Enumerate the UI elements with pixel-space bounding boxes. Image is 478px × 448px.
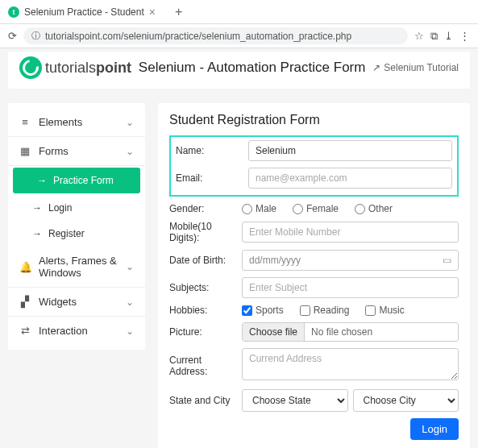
- grid-icon: ▞: [19, 296, 31, 308]
- state-select[interactable]: Choose State: [242, 389, 348, 412]
- subjects-label: Subjects:: [169, 282, 242, 293]
- address-label: Current Address:: [169, 355, 242, 377]
- picture-label: Picture:: [169, 326, 242, 338]
- hobby-sports-checkbox[interactable]: [242, 305, 252, 316]
- form-icon: ▦: [19, 145, 31, 157]
- favicon: t: [8, 6, 19, 18]
- mobile-label: Mobile(10 Digits):: [169, 221, 242, 243]
- url-bar: ⟳ ⓘ tutorialspoint.com/selenium/practice…: [0, 24, 478, 48]
- sidebar-item-interaction[interactable]: ⇄Interaction ⌄: [8, 317, 145, 345]
- chevron-down-icon: ⌄: [126, 117, 134, 128]
- extensions-icon[interactable]: ⧉: [430, 30, 438, 43]
- arrow-right-icon: →: [32, 202, 42, 214]
- sidebar-sub-login[interactable]: →Login: [8, 195, 145, 221]
- logo-icon: [19, 56, 42, 79]
- name-label: Name:: [176, 145, 248, 156]
- hobbies-label: Hobbies:: [169, 305, 242, 316]
- city-select[interactable]: Choose City: [353, 389, 459, 412]
- gender-other-option[interactable]: Other: [355, 203, 393, 214]
- hobby-music-checkbox[interactable]: [365, 305, 376, 316]
- chevron-down-icon: ⌄: [126, 297, 134, 308]
- highlight-box: Name: Email:: [169, 135, 459, 197]
- sidebar: ≡Elements ⌄ ▦Forms ⌄ →Practice Form →Log…: [8, 103, 145, 350]
- chevron-down-icon: ⌄: [126, 326, 134, 337]
- name-input[interactable]: [248, 140, 452, 161]
- gender-male-option[interactable]: Male: [242, 203, 276, 214]
- chevron-down-icon: ⌄: [126, 146, 134, 157]
- page-title: Selenium - Automation Practice Form: [131, 60, 372, 76]
- hobby-reading-option[interactable]: Reading: [300, 305, 350, 316]
- mobile-input[interactable]: [242, 222, 459, 243]
- hobby-sports-option[interactable]: Sports: [242, 305, 284, 316]
- calendar-icon[interactable]: ▭: [443, 255, 451, 266]
- gender-female-option[interactable]: Female: [293, 203, 339, 214]
- hobby-music-option[interactable]: Music: [365, 305, 404, 316]
- download-icon[interactable]: ⤓: [444, 30, 453, 42]
- dob-label: Date of Birth:: [169, 255, 242, 266]
- login-button[interactable]: Login: [410, 418, 459, 440]
- dob-input[interactable]: dd/mm/yyyy▭: [242, 250, 459, 271]
- close-icon[interactable]: ×: [149, 6, 156, 19]
- swap-icon: ⇄: [19, 325, 31, 337]
- bookmark-icon[interactable]: ☆: [414, 30, 424, 42]
- sidebar-item-alerts[interactable]: 🔔Alerts, Frames & Windows ⌄: [8, 247, 145, 288]
- sidebar-item-widgets[interactable]: ▞Widgets ⌄: [8, 288, 145, 317]
- site-info-icon[interactable]: ⓘ: [31, 30, 40, 42]
- url-text: tutorialspoint.com/selenium/practice/sel…: [45, 31, 351, 42]
- sidebar-sub-practice-form[interactable]: →Practice Form: [13, 168, 140, 193]
- email-input[interactable]: [248, 168, 452, 189]
- bell-icon: 🔔: [19, 261, 31, 273]
- sidebar-sub-register[interactable]: →Register: [8, 221, 145, 247]
- file-status-text: No file chosen: [305, 323, 379, 341]
- browser-tab[interactable]: t Selenium Practice - Student ×: [0, 1, 164, 23]
- selenium-tutorial-link[interactable]: ↗ Selenium Tutorial: [372, 62, 459, 73]
- sidebar-item-forms[interactable]: ▦Forms ⌄: [8, 137, 145, 166]
- form-panel: Student Registration Form Name: Email: G…: [158, 103, 470, 448]
- sidebar-item-elements[interactable]: ≡Elements ⌄: [8, 108, 145, 137]
- subjects-input[interactable]: [242, 277, 459, 298]
- page-header: tutorialspoint Selenium - Automation Pra…: [8, 52, 470, 89]
- gender-other-radio[interactable]: [355, 204, 365, 214]
- browser-tab-strip: t Selenium Practice - Student × +: [0, 0, 478, 24]
- reload-icon[interactable]: ⟳: [8, 30, 17, 42]
- arrow-right-icon: →: [32, 228, 42, 239]
- tab-title: Selenium Practice - Student: [24, 6, 144, 18]
- external-link-icon: ↗: [372, 62, 380, 73]
- new-tab-button[interactable]: +: [175, 5, 182, 19]
- gender-female-radio[interactable]: [293, 204, 303, 214]
- list-icon: ≡: [19, 116, 31, 128]
- hobby-reading-checkbox[interactable]: [300, 305, 310, 316]
- form-title: Student Registration Form: [169, 113, 459, 127]
- state-city-label: State and City: [169, 395, 242, 406]
- logo-text: tutorialspoint: [45, 60, 131, 77]
- email-label: Email:: [176, 172, 248, 184]
- gender-male-radio[interactable]: [242, 204, 252, 214]
- choose-file-button[interactable]: Choose file: [243, 323, 305, 341]
- logo[interactable]: tutorialspoint: [19, 56, 131, 79]
- address-textarea[interactable]: [242, 348, 459, 380]
- gender-label: Gender:: [169, 203, 242, 214]
- arrow-right-icon: →: [37, 175, 47, 186]
- picture-file-input[interactable]: Choose fileNo file chosen: [242, 322, 459, 342]
- address-field[interactable]: ⓘ tutorialspoint.com/selenium/practice/s…: [23, 27, 408, 44]
- menu-icon[interactable]: ⋮: [459, 30, 470, 42]
- chevron-down-icon: ⌄: [126, 261, 134, 272]
